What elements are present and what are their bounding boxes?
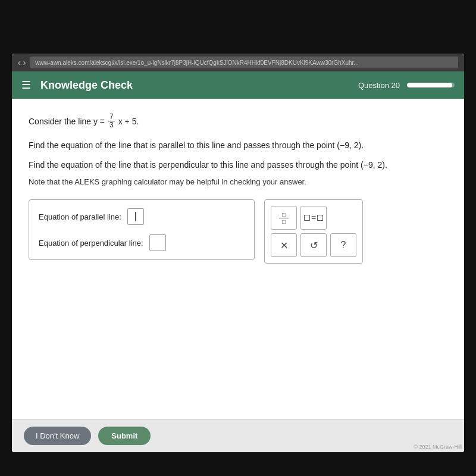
browser-bar: ‹ › www-awn.aleks.com/alekscgi/x/lsl.exe… [12,54,464,71]
fraction-display: 7 3 [107,113,116,129]
browser-url-bar[interactable]: www-awn.aleks.com/alekscgi/x/lsl.exe/1o_… [30,57,458,68]
nav-arrows: ‹ › [18,58,26,67]
perpendicular-statement: Find the equation of the line that is pe… [29,158,447,171]
forward-arrow[interactable]: › [23,58,26,67]
copyright-text: © 2021 McGraw-Hill [414,444,462,450]
perpendicular-input-row: Equation of perpendicular line: [39,234,245,251]
parallel-input-label: Equation of parallel line: [39,212,121,221]
hamburger-icon[interactable]: ☰ [21,79,31,92]
undo-icon: ↺ [310,240,318,251]
times-button[interactable]: ✕ [271,233,297,257]
input-section: Equation of parallel line: Equation of p… [29,199,447,264]
perpendicular-input-box[interactable] [149,234,166,251]
undo-button[interactable]: ↺ [300,233,327,257]
submit-button[interactable]: Submit [98,427,151,445]
help-button[interactable]: ? [330,233,356,257]
question-info: Question 20 [358,81,455,90]
parallel-cursor [135,212,136,221]
main-screen: ‹ › www-awn.aleks.com/alekscgi/x/lsl.exe… [12,54,464,452]
problem-text: Find the equation of the line that is pa… [29,139,447,186]
equation-intro: Consider the line y = [29,117,105,126]
main-content: Consider the line y = 7 3 x + 5. Find th… [12,99,464,419]
progress-bar [407,83,455,87]
fraction-button[interactable]: □ □ [271,206,297,230]
bottom-bar: I Don't Know Submit [12,419,464,452]
perpendicular-input-label: Equation of perpendicular line: [39,239,143,248]
line-equation: Consider the line y = 7 3 x + 5. [29,113,447,129]
math-keyboard: □ □ = ✕ ↺ ? [264,199,363,264]
app-header: ☰ Knowledge Check Question 20 [12,71,464,99]
parallel-statement: Find the equation of the line that is pa… [29,139,447,152]
fraction-denominator: 3 [108,121,115,129]
progress-fill [407,83,452,87]
times-icon: ✕ [280,240,288,251]
equals-box-button[interactable]: = [300,206,327,230]
dont-know-button[interactable]: I Don't Know [24,427,91,445]
url-text: www-awn.aleks.com/alekscgi/x/lsl.exe/1o_… [35,60,358,66]
equation-suffix: x + 5. [118,117,139,126]
parallel-input-box[interactable] [127,208,144,225]
fraction-numerator: 7 [108,113,115,121]
header-title: Knowledge Check [40,79,133,92]
parallel-input-row: Equation of parallel line: [39,208,245,225]
back-arrow[interactable]: ‹ [18,58,21,67]
help-icon: ? [341,240,346,250]
calculator-note: Note that the ALEKS graphing calculator … [29,177,447,186]
equation-inputs-container: Equation of parallel line: Equation of p… [29,199,255,260]
question-number: Question 20 [358,81,400,90]
